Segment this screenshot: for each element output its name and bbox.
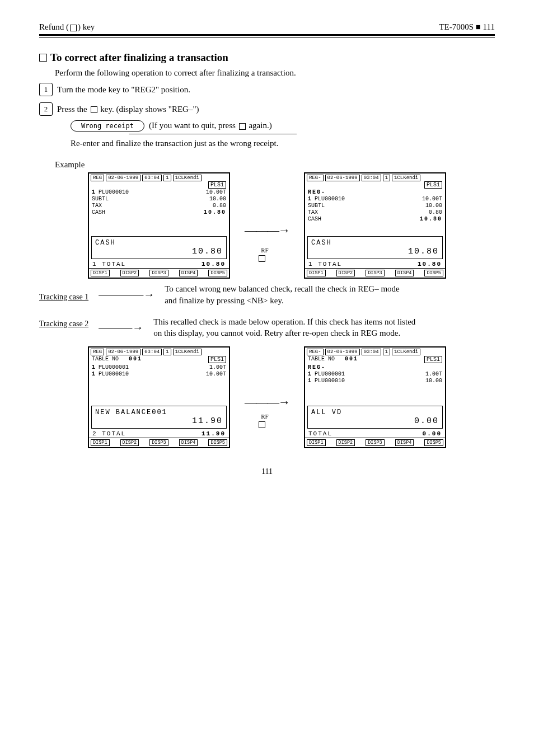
lcd-a-total: 1 TOTAL10.80 xyxy=(89,260,229,269)
rule-thin xyxy=(39,37,495,38)
lcd-c-big: NEW BALANCE001 11.90 xyxy=(91,406,227,429)
lcd-b: REG- 02-06-1999 03:04 1 1CLKendi PLS1 RE… xyxy=(304,172,446,279)
lcd-c-header: REG 02-06-1999 03:04 1 1CLKendi xyxy=(89,348,229,356)
lcd-d-big: ALL VD 0.00 xyxy=(307,406,443,429)
receipt-underline xyxy=(129,134,297,134)
page-root: Refund () key TE-7000S ■ 111 To correct … xyxy=(0,0,534,510)
pls-badge: PLS1 xyxy=(424,356,442,363)
case-1-row: Tracking case 1 ————→ To cancel wrong ne… xyxy=(39,281,495,308)
receipt-row: Wrong receipt (If you want to quit, pres… xyxy=(71,120,495,132)
rf-icon-mid xyxy=(259,255,265,262)
arrow-right-icon: ———→ xyxy=(245,223,289,238)
rf-key-icon-2 xyxy=(239,123,246,130)
rf-arrow-2: RF ———→ xyxy=(245,385,289,410)
step-1: 1 Turn the mode key to "REG2" position. xyxy=(39,82,495,97)
step-1-num: 1 xyxy=(39,83,53,96)
section-title-text: To correct after finalizing a transactio… xyxy=(50,51,228,64)
lcd-c-body: 1 PLU0000011.00T 1 PLU00001010.00T xyxy=(89,363,229,405)
arrow-right-icon: ———→ xyxy=(245,395,289,410)
lcd-b-body: REG- 1 PLU00001010.00T SUBTL10.00 TAX0.8… xyxy=(305,188,445,235)
pls-badge: PLS1 xyxy=(208,356,226,363)
lcd-d-header: REG- 02-06-1999 03:04 1 1CLKendi xyxy=(305,348,445,356)
square-bullet-icon xyxy=(39,54,47,62)
pls-badge: PLS1 xyxy=(208,181,226,189)
lcd-pair-1: REG 02-06-1999 03:04 1 1CLKendi PLS1 1 P… xyxy=(39,172,495,279)
lcd-b-total: 1 TOTAL10.80 xyxy=(305,260,445,269)
header-left: Refund () key xyxy=(39,22,95,32)
step-2-num: 2 xyxy=(39,102,53,116)
arrow-right-icon: ———→ xyxy=(99,321,143,334)
lcd-c-total: 2 TOTAL11.90 xyxy=(89,430,229,438)
rf-icon-mid-2 xyxy=(259,421,265,428)
lcd-b-footer: DISP1DISP2DISP3DISP4DISP5 xyxy=(305,269,445,278)
lcd-a-header: REG 02-06-1999 03:04 1 1CLKendi xyxy=(89,173,229,182)
lcd-a-big: CASH 10.80 xyxy=(91,236,227,259)
case-1-desc: To cancel wrong new balanced check, reca… xyxy=(165,283,405,306)
lcd-c-footer: DISP1DISP2DISP3DISP4DISP5 xyxy=(89,438,229,447)
lcd-a: REG 02-06-1999 03:04 1 1CLKendi PLS1 1 P… xyxy=(88,172,230,279)
rule-thick xyxy=(39,34,495,36)
intro-text: Perform the following operation to corre… xyxy=(55,67,495,78)
example-label: Example xyxy=(55,159,495,170)
lcd-d: REG- 02-06-1999 03:04 1 1CLKendi TABLE N… xyxy=(304,346,446,448)
header-right: TE-7000S ■ 111 xyxy=(439,22,495,32)
rf-key-box-icon xyxy=(70,25,77,31)
case-2-title: Tracking case 2 xyxy=(39,320,88,328)
step-3-text: (If you want to quit, press again.) xyxy=(149,121,272,130)
lcd-b-big: CASH 10.80 xyxy=(307,236,443,259)
page-number: 111 xyxy=(39,467,495,476)
lcd-d-total: TOTAL0.00 xyxy=(305,430,445,438)
case-2-desc: This recalled check is made below operat… xyxy=(153,316,416,339)
lcd-a-body: 1 PLU00001010.00T SUBTL10.00 TAX0.80 CAS… xyxy=(89,188,229,235)
rf-key-icon xyxy=(91,106,97,113)
lcd-a-footer: DISP1DISP2DISP3DISP4DISP5 xyxy=(89,269,229,278)
arrow-right-icon: ————→ xyxy=(99,288,154,301)
step-2: 2 Press the key. (display shows "REG–") xyxy=(39,101,495,117)
case-1-title: Tracking case 1 xyxy=(39,293,88,302)
lcd-c: REG 02-06-1999 03:04 1 1CLKendi TABLE NO… xyxy=(88,346,230,448)
lcd-d-footer: DISP1DISP2DISP3DISP4DISP5 xyxy=(305,438,445,447)
lcd-pair-2: REG 02-06-1999 03:04 1 1CLKendi TABLE NO… xyxy=(39,346,495,448)
wrong-receipt-pill: Wrong receipt xyxy=(71,120,144,132)
running-header: Refund () key TE-7000S ■ 111 xyxy=(39,22,495,32)
lcd-b-header: REG- 02-06-1999 03:04 1 1CLKendi xyxy=(305,173,445,182)
lcd-d-body: REG- 1 PLU0000011.00T 1 PLU00001010.00 xyxy=(305,363,445,405)
step-1-text: Turn the mode key to "REG2" position. xyxy=(57,84,190,95)
rf-arrow-1: RF ———→ xyxy=(245,213,289,238)
after-step-text: Re-enter and finalize the transaction ju… xyxy=(71,138,495,149)
section-title: To correct after finalizing a transactio… xyxy=(39,51,495,64)
case-2-row: Tracking case 2 ———→ This recalled check… xyxy=(39,314,495,341)
pls-badge: PLS1 xyxy=(424,181,442,189)
step-2-text: Press the key. (display shows "REG–") xyxy=(57,104,199,115)
